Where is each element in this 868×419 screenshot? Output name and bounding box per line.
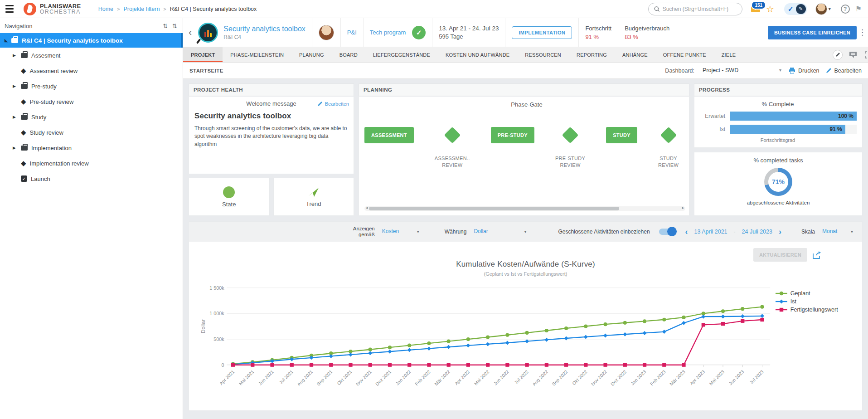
sidebar-item-implementation[interactable]: ▶Implementation xyxy=(0,140,183,156)
tab-anh-nge[interactable]: ANHÄNGE xyxy=(615,47,655,62)
project-duration: 595 Tage xyxy=(439,33,499,40)
tab-offene-punkte[interactable]: OFFENE PUNKTE xyxy=(655,47,714,62)
scrollbar-thumb[interactable] xyxy=(369,207,619,210)
project-title-link[interactable]: Security analytics toolbox xyxy=(223,25,305,33)
org-link[interactable]: P&I xyxy=(347,29,357,36)
print-button[interactable]: Drucken xyxy=(789,68,820,74)
erwartet-bar-track: 100 % xyxy=(730,112,857,121)
dashboard-select[interactable]: Project - SWD ▾ xyxy=(701,66,782,75)
comments-icon[interactable] xyxy=(848,50,858,60)
tab-board[interactable]: BOARD xyxy=(332,47,365,62)
svg-text:Mär 2023: Mär 2023 xyxy=(669,369,686,387)
phase-box-assessment[interactable]: ASSESSMENT xyxy=(364,127,414,143)
tab-phase-meilenstein[interactable]: PHASE-MEILENSTEIN xyxy=(223,47,291,62)
currency-select[interactable]: Dollar ▾ xyxy=(473,227,527,236)
kebab-menu-icon[interactable]: ⋮ xyxy=(857,28,868,37)
legend-item-geplant[interactable]: Geplant xyxy=(776,290,856,297)
stage-badge[interactable]: IMPLEMENTATION xyxy=(512,26,572,39)
anzeigen-select[interactable]: Kosten ▾ xyxy=(381,227,420,236)
tab-planung[interactable]: PLANUNG xyxy=(291,47,332,62)
tab-ziele[interactable]: ZIELE xyxy=(714,47,744,62)
gate-milestone-study[interactable]: STUDYREVIEW xyxy=(658,127,679,169)
trend-card[interactable]: Trend xyxy=(273,178,354,216)
date-next-chevron-icon[interactable]: › xyxy=(779,228,781,236)
expand-triangle-icon[interactable]: ▶ xyxy=(13,53,17,58)
legend-item-ist[interactable]: Ist xyxy=(776,298,856,305)
scurve-card: Anzeigen gemäß Kosten ▾ Währung Dollar ▾… xyxy=(189,221,863,411)
gate-milestone-assessmen-[interactable]: ASSESSMEN..REVIEW xyxy=(435,127,470,169)
fullscreen-icon[interactable] xyxy=(863,50,868,60)
legend-item-fertigstellungswert[interactable]: Fertigstellungswert xyxy=(776,307,856,313)
favorites-star-icon[interactable]: ☆ xyxy=(766,4,774,15)
expand-triangle-icon[interactable]: ▶ xyxy=(13,146,17,150)
briefcase-icon xyxy=(21,53,28,58)
sidebar-item-pre-study-review[interactable]: ◆Pre-study review xyxy=(0,94,183,109)
business-case-button[interactable]: BUSINESS CASE EINREICHEN xyxy=(768,26,857,39)
state-card[interactable]: State xyxy=(189,178,270,216)
help-button[interactable]: ? xyxy=(841,5,850,14)
check-icon: ✓ xyxy=(788,5,794,13)
back-chevron-icon[interactable]: ‹ xyxy=(183,27,196,39)
scroll-right-arrow-icon[interactable]: ► xyxy=(681,206,685,210)
sidebar-item-study-review[interactable]: ◆Study review xyxy=(0,125,183,140)
date-prev-chevron-icon[interactable]: ‹ xyxy=(685,228,688,236)
refresh-button[interactable]: AKTUALISIEREN xyxy=(753,248,807,262)
trend-label: Trend xyxy=(306,200,321,207)
chevron-down-icon: ▾ xyxy=(829,6,831,11)
phase-gate-scrollbar[interactable]: ◄ ► xyxy=(364,206,685,211)
mode-toggle[interactable]: ✓ ✎ xyxy=(784,3,807,15)
project-health-header: PROJECT HEALTH xyxy=(189,83,354,96)
sidebar-item-assesment-review[interactable]: ◆Assesment review xyxy=(0,63,183,78)
flag-icon[interactable]: ⚑ xyxy=(855,5,862,13)
breadcrumb-item[interactable]: Home xyxy=(98,6,113,12)
sidebar-item-pre-study[interactable]: ▶Pre-study xyxy=(0,78,183,94)
svg-text:Okt 2021: Okt 2021 xyxy=(336,369,353,386)
expand-all-icon[interactable]: ⇅ xyxy=(163,23,168,29)
sidebar-item-study[interactable]: ▶Study xyxy=(0,109,183,125)
edit-dashboard-button[interactable]: Bearbeiten xyxy=(826,68,862,74)
sidebar-item-implementation-review[interactable]: ◆Implementation review xyxy=(0,156,183,171)
svg-text:Apr 2023: Apr 2023 xyxy=(689,369,706,386)
sidebar-item-launch[interactable]: ✓Launch xyxy=(0,171,183,186)
edit-welcome-label: Bearbeiten xyxy=(325,101,349,107)
tab-projekt[interactable]: PROJEKT xyxy=(183,47,223,62)
chart-subtitle: (Geplant vs Ist vs Fertigstellungswert) xyxy=(195,271,856,277)
global-search[interactable] xyxy=(648,3,742,15)
tab-ressourcen[interactable]: RESSOURCEN xyxy=(517,47,569,62)
expand-triangle-icon[interactable]: ▶ xyxy=(13,115,17,119)
expanded-triangle-icon[interactable]: ◣ xyxy=(5,38,8,43)
phase-box-pre-study[interactable]: PRE-STUDY xyxy=(491,127,534,143)
donut-caption: abgeschlossene Aktivitäten xyxy=(747,200,810,205)
sidebar-item-root-project[interactable]: ◣ R&I C4 | Security analytics toolbox xyxy=(0,33,183,48)
search-input[interactable] xyxy=(663,6,737,12)
sidebar-item-assesment[interactable]: ▶Assesment xyxy=(0,48,183,63)
skala-select[interactable]: Monat ▾ xyxy=(821,227,854,236)
hamburger-menu-icon[interactable] xyxy=(5,4,15,14)
tab-reporting[interactable]: REPORTING xyxy=(569,47,615,62)
svg-text:Apr 2021: Apr 2021 xyxy=(218,369,235,386)
expand-triangle-icon[interactable]: ▶ xyxy=(13,84,17,88)
edit-tabs-icon[interactable] xyxy=(833,50,843,60)
breadcrumb-separator: > xyxy=(117,6,120,12)
project-manager-avatar[interactable] xyxy=(319,25,334,40)
collapse-all-icon[interactable]: ⇅ xyxy=(172,23,177,29)
export-icon[interactable] xyxy=(813,251,821,259)
breadcrumb-item[interactable]: Projekte filtern xyxy=(123,6,160,12)
mail-notifications-button[interactable]: 151 xyxy=(751,5,761,13)
program-link[interactable]: Tech program xyxy=(370,29,406,36)
progress-kpi-label: Fortschritt xyxy=(585,25,611,32)
edit-welcome-button[interactable]: Bearbeiten xyxy=(317,101,349,107)
svg-text:Apr 2022: Apr 2022 xyxy=(454,369,470,386)
svg-text:Aug 2021: Aug 2021 xyxy=(296,369,314,387)
scroll-left-arrow-icon[interactable]: ◄ xyxy=(365,206,369,210)
svg-text:0: 0 xyxy=(222,362,224,368)
user-menu[interactable]: ▾ xyxy=(815,3,831,15)
date-to[interactable]: 24 Juli 2023 xyxy=(742,229,772,235)
gate-milestone-pre-study[interactable]: PRE-STUDYREVIEW xyxy=(555,127,585,169)
closed-activities-toggle[interactable] xyxy=(659,229,675,235)
logo-line1: PLANISWARE xyxy=(40,3,81,9)
tab-kosten-und-aufw-nde[interactable]: KOSTEN UND AUFWÄNDE xyxy=(438,47,517,62)
phase-box-study[interactable]: STUDY xyxy=(606,127,637,143)
tab-liefergegenst-nde[interactable]: LIEFERGEGENSTÄNDE xyxy=(365,47,438,62)
date-from[interactable]: 13 April 2021 xyxy=(694,229,727,235)
